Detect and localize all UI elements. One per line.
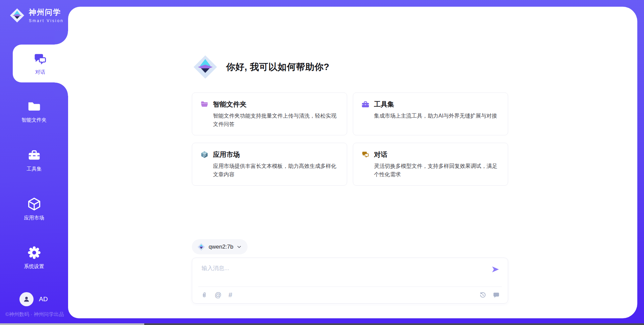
model-diamond-icon xyxy=(197,243,205,251)
card-toolbox[interactable]: 工具集 集成市场上主流工具，助力AI与外界无缝扩展与对接 xyxy=(353,92,508,135)
mention-icon[interactable]: @ xyxy=(215,291,221,298)
greeting-block: 你好, 我可以如何帮助你? xyxy=(193,54,329,80)
card-title: 应用市场 xyxy=(213,150,240,159)
sidebar-item-label: 对话 xyxy=(35,69,45,75)
brand-diamond-icon xyxy=(9,8,25,23)
copyright-footer: ©神州数码 · 神州问学出品 xyxy=(5,311,64,318)
user-name: AD xyxy=(39,296,48,303)
brand-logo: 神州问学 Smart Vision xyxy=(9,7,64,23)
greeting-text: 你好, 我可以如何帮助你? xyxy=(226,61,329,73)
sidebar-item-label: 工具集 xyxy=(26,166,42,172)
composer-divider xyxy=(198,286,502,287)
sidebar-item-smart-folder[interactable]: 智能文件夹 xyxy=(0,99,68,123)
app-market-icon xyxy=(200,150,209,159)
composer-right-tools xyxy=(479,291,500,299)
horizontal-scrollbar-thumb[interactable] xyxy=(0,323,144,325)
card-chat[interactable]: 对话 灵活切换多模型文件，支持多样回复效果调试，满足个性化需求 xyxy=(353,143,508,186)
sidebar-item-settings[interactable]: 系统设置 xyxy=(0,245,68,270)
brand-text: 神州问学 Smart Vision xyxy=(29,7,64,23)
sidebar-item-app-market[interactable]: 应用市场 xyxy=(0,196,68,221)
model-name: qwen2:7b xyxy=(209,244,233,250)
user-account[interactable]: AD xyxy=(19,292,48,306)
assistant-diamond-icon xyxy=(193,54,218,80)
app-window: 神州问学 Smart Vision 对话 智能文件夹 xyxy=(0,0,644,325)
card-description: 灵活切换多模型文件，支持多样回复效果调试，满足个性化需求 xyxy=(374,162,500,179)
chat-bubbles-icon xyxy=(33,52,48,66)
card-title: 对话 xyxy=(374,150,387,159)
feature-cards: 智能文件夹 智能文件夹功能支持批量文件上传与清洗，轻松实现文件问答 工具集 集成… xyxy=(192,92,508,186)
cube-icon xyxy=(26,196,42,212)
sidebar-item-chat-active[interactable]: 对话 xyxy=(13,45,70,82)
message-composer: @ # xyxy=(192,258,508,304)
card-smart-folder[interactable]: 智能文件夹 智能文件夹功能支持批量文件上传与清洗，轻松实现文件问答 xyxy=(192,92,347,135)
feedback-bubble-icon[interactable] xyxy=(493,291,500,299)
brand-title: 神州问学 xyxy=(29,7,64,17)
sidebar-item-toolbox[interactable]: 工具集 xyxy=(0,147,68,172)
folder-icon xyxy=(26,99,42,114)
smart-folder-icon xyxy=(200,100,209,109)
tab-fillet-top xyxy=(55,31,68,45)
chat-bubbles-icon xyxy=(361,150,370,159)
avatar xyxy=(19,292,34,306)
card-app-market[interactable]: 应用市场 应用市场提供丰富长文本模板，助力高效生成多样化文章内容 xyxy=(192,143,347,186)
attachment-tools: @ # xyxy=(201,291,232,298)
model-selector[interactable]: qwen2:7b xyxy=(192,239,248,254)
card-title: 智能文件夹 xyxy=(213,100,247,109)
chevron-down-icon xyxy=(237,245,241,249)
topic-icon[interactable]: # xyxy=(228,291,232,298)
card-description: 智能文件夹功能支持批量文件上传与清洗，轻松实现文件问答 xyxy=(213,112,339,128)
brand-subtitle: Smart Vision xyxy=(29,18,64,23)
toolbox-icon xyxy=(361,100,370,109)
card-title: 工具集 xyxy=(374,100,394,109)
message-input[interactable] xyxy=(202,263,473,273)
sidebar-item-label: 系统设置 xyxy=(24,263,44,270)
attachment-icon[interactable] xyxy=(201,291,208,298)
send-button[interactable] xyxy=(491,265,500,274)
history-icon[interactable] xyxy=(479,291,486,299)
card-description: 应用市场提供丰富长文本模板，助力高效生成多样化文章内容 xyxy=(213,162,339,179)
sidebar-item-label: 应用市场 xyxy=(24,215,44,221)
toolbox-icon xyxy=(26,147,42,163)
card-description: 集成市场上主流工具，助力AI与外界无缝扩展与对接 xyxy=(374,112,500,120)
sidebar-item-label: 智能文件夹 xyxy=(21,117,47,123)
gear-icon xyxy=(26,245,42,260)
tab-fillet-bottom xyxy=(55,82,68,96)
